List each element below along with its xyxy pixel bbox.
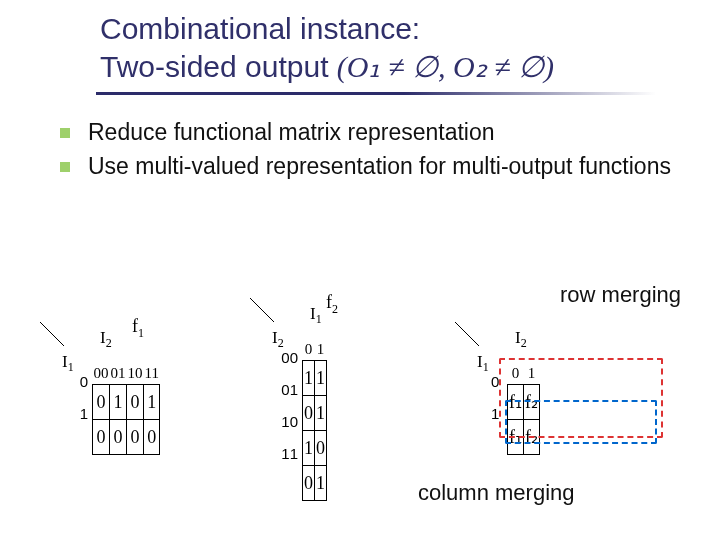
column-merging-label: column merging (418, 480, 575, 506)
svg-line-0 (40, 322, 64, 346)
svg-line-1 (250, 298, 274, 322)
table2-grid: 0 1 11 01 10 01 (302, 338, 327, 501)
table1-diagonal-icon (40, 322, 68, 350)
bullet-square-icon (60, 162, 70, 172)
title-prefix: Two-sided output (100, 50, 337, 83)
table3-row-axis: I1 (477, 352, 489, 375)
diagram-area: f1 I2 I1 0 1 00 01 10 11 (0, 280, 720, 540)
table-merged: I2 I1 0 1 0 1 f₁f₂ f₁f₂ (455, 322, 483, 350)
table-f2: f2 I1 I2 00 01 10 11 0 1 11 (250, 298, 278, 326)
title-math: (O₁ ≠ ∅, O₂ ≠ ∅) (337, 50, 554, 83)
bullet-item: Use multi-valued representation for mult… (60, 152, 680, 182)
table1-function-label: f1 (132, 316, 144, 341)
title-line-1: Combinational instance: (100, 10, 700, 48)
title-underline (96, 92, 656, 95)
table3-col-axis: I2 (515, 328, 527, 351)
bullet-text: Use multi-valued representation for mult… (88, 152, 671, 182)
title-line-2: Two-sided output (O₁ ≠ ∅, O₂ ≠ ∅) (100, 48, 700, 86)
bullet-item: Reduce functional matrix representation (60, 118, 680, 148)
table2-col-axis: I1 (310, 304, 322, 327)
table1-col-axis: I2 (100, 328, 112, 351)
table1-row-headers: 0 1 (76, 366, 88, 430)
bullet-list: Reduce functional matrix representation … (60, 118, 680, 186)
table1-grid: 00 01 10 11 0 1 0 1 0 0 0 0 (92, 362, 160, 455)
bullet-text: Reduce functional matrix representation (88, 118, 495, 148)
bullet-square-icon (60, 128, 70, 138)
table3-diagonal-icon (455, 322, 483, 350)
table-f1: f1 I2 I1 0 1 00 01 10 11 (40, 322, 68, 350)
row-merging-label: row merging (560, 282, 681, 308)
slide-title: Combinational instance: Two-sided output… (100, 10, 700, 85)
table1-row-axis: I1 (62, 352, 74, 375)
column-merging-outline (505, 400, 657, 444)
table2-function-label: f2 (326, 292, 338, 317)
svg-line-2 (455, 322, 479, 346)
table2-row-headers: 00 01 10 11 (280, 342, 298, 470)
table2-diagonal-icon (250, 298, 278, 326)
